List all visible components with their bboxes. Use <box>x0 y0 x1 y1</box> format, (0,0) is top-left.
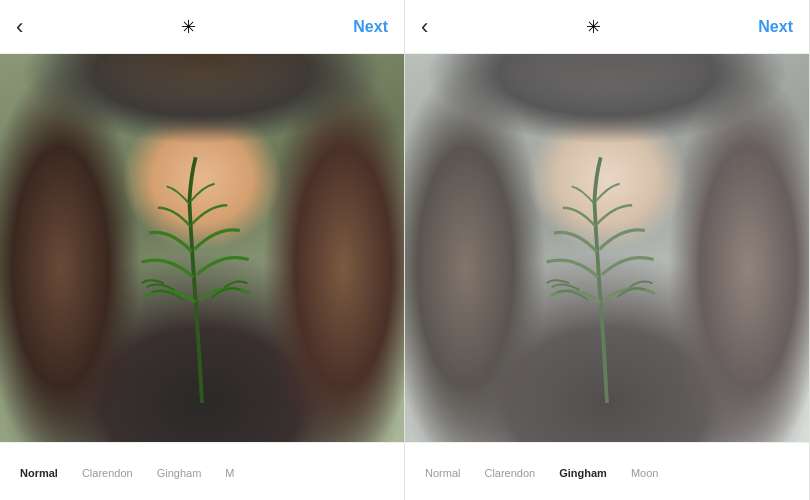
filter-item-gingham-left[interactable]: Gingham <box>145 443 214 500</box>
right-next-button[interactable]: Next <box>758 18 793 36</box>
filter-item-moon-left[interactable]: M <box>213 443 246 500</box>
right-panel: ‹ ✳ Next <box>405 0 810 500</box>
filter-label-gingham-right: Gingham <box>559 467 607 479</box>
filter-label-clarendon-right: Clarendon <box>484 467 535 479</box>
filter-label-moon-right: Moon <box>631 467 659 479</box>
filter-label-normal-right: Normal <box>425 467 460 479</box>
filter-item-moon-right[interactable]: Moon <box>619 443 671 500</box>
left-photo <box>0 54 404 442</box>
left-panel: ‹ ✳ Next <box>0 0 405 500</box>
fern-overlay-left <box>91 151 313 403</box>
left-next-button[interactable]: Next <box>353 18 388 36</box>
right-filters-strip: Normal Clarendon Gingham Moon <box>405 442 809 500</box>
filter-item-normal-left[interactable]: Normal <box>8 443 70 500</box>
fern-overlay-right <box>496 151 718 403</box>
right-photo-area <box>405 54 809 442</box>
right-toolbar: ‹ ✳ Next <box>405 0 809 54</box>
left-back-button[interactable]: ‹ <box>16 16 23 38</box>
filter-item-normal-right[interactable]: Normal <box>413 443 472 500</box>
left-brightness-icon[interactable]: ✳ <box>181 18 196 36</box>
right-back-button[interactable]: ‹ <box>421 16 428 38</box>
filter-label-moon-left: M <box>225 467 234 479</box>
filter-label-clarendon-left: Clarendon <box>82 467 133 479</box>
filter-item-clarendon-left[interactable]: Clarendon <box>70 443 145 500</box>
right-photo <box>405 54 809 442</box>
filter-item-clarendon-right[interactable]: Clarendon <box>472 443 547 500</box>
filter-label-gingham-left: Gingham <box>157 467 202 479</box>
left-photo-area <box>0 54 404 442</box>
left-filters-strip: Normal Clarendon Gingham M <box>0 442 404 500</box>
right-brightness-icon[interactable]: ✳ <box>586 18 601 36</box>
left-toolbar: ‹ ✳ Next <box>0 0 404 54</box>
filter-label-normal-left: Normal <box>20 467 58 479</box>
filter-item-gingham-right[interactable]: Gingham <box>547 443 619 500</box>
